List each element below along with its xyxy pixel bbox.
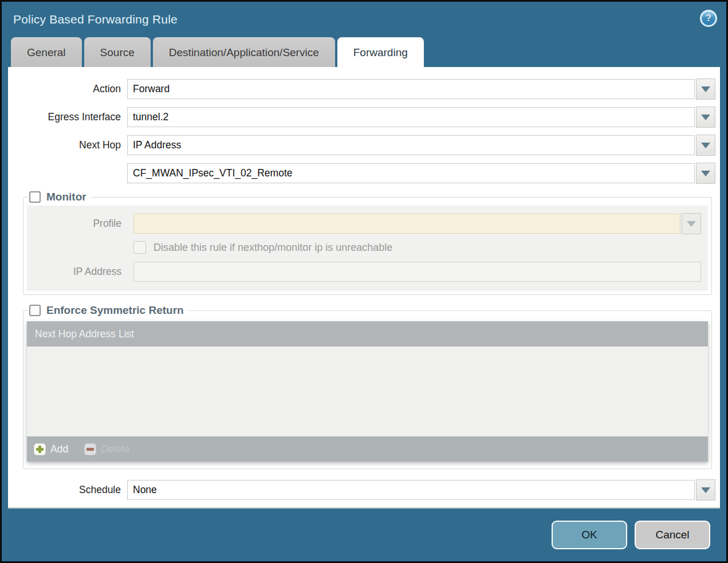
tab-bar: General Source Destination/Application/S… [2,37,726,67]
next-hop-address-list-table: Next Hop Address List Add Delete [27,321,708,462]
monitor-ip-address-input [133,262,701,282]
schedule-row: Schedule [8,479,715,501]
tab-general[interactable]: General [11,37,82,67]
cancel-button[interactable]: Cancel [635,521,710,549]
egress-interface-label: Egress Interface [8,111,127,123]
action-input[interactable] [127,79,695,99]
monitor-section: Monitor Profile Disable this rule if nex… [23,191,712,295]
action-label: Action [8,83,127,95]
monitor-ip-address-row: IP Address [27,262,701,282]
monitor-checkbox[interactable] [29,191,41,203]
dialog-titlebar: Policy Based Forwarding Rule ? [2,2,726,37]
monitor-panel: Profile Disable this rule if nexthop/mon… [27,206,708,291]
profile-label: Profile [27,218,128,230]
chevron-down-icon [701,86,710,92]
next-hop-address-row [8,163,715,184]
enforce-symmetric-return-title: Enforce Symmetric Return [46,304,184,317]
schedule-label: Schedule [8,484,127,496]
monitor-legend: Monitor [28,191,91,203]
tab-source[interactable]: Source [84,37,151,67]
enforce-symmetric-return-legend: Enforce Symmetric Return [28,304,188,317]
next-hop-row: Next Hop [8,135,715,156]
ok-button[interactable]: OK [552,521,627,549]
add-button[interactable]: Add [34,443,68,455]
tab-destination-application-service[interactable]: Destination/Application/Service [153,37,335,67]
next-hop-address-list-body [27,347,708,436]
disable-rule-checkbox [133,241,146,254]
enforce-symmetric-return-checkbox[interactable] [29,305,41,316]
chevron-down-icon [701,143,710,148]
profile-row: Profile [27,213,701,234]
chevron-down-icon [687,221,696,227]
plus-icon [34,443,46,455]
dialog-title: Policy Based Forwarding Rule [13,13,178,26]
monitor-title: Monitor [46,191,86,203]
schedule-input[interactable] [127,480,695,500]
next-hop-address-list-footer: Add Delete [27,436,708,462]
next-hop-label: Next Hop [8,139,127,151]
help-icon[interactable]: ? [700,10,717,27]
delete-button-label: Delete [101,443,130,455]
chevron-down-icon [701,115,710,120]
tab-forwarding[interactable]: Forwarding [337,37,424,67]
next-hop-type-dropdown-button[interactable] [696,135,715,156]
next-hop-address-input[interactable] [127,163,695,183]
dialog-content: Action Egress Interface Next Hop [8,67,720,509]
egress-interface-input[interactable] [127,107,695,127]
help-icon-glyph: ? [706,14,711,23]
policy-based-forwarding-dialog: Policy Based Forwarding Rule ? General S… [0,0,728,563]
action-dropdown-button[interactable] [696,78,715,100]
egress-interface-dropdown-button[interactable] [696,107,715,128]
chevron-down-icon [701,487,710,493]
egress-interface-row: Egress Interface [8,107,715,128]
dialog-footer: OK Cancel [2,509,726,561]
enforce-symmetric-return-section: Enforce Symmetric Return Next Hop Addres… [23,304,712,469]
monitor-ip-address-label: IP Address [27,266,128,278]
minus-icon [84,443,96,455]
next-hop-address-list-header: Next Hop Address List [27,321,708,347]
profile-dropdown-button [682,213,701,234]
add-button-label: Add [50,443,68,455]
action-row: Action [8,78,715,100]
chevron-down-icon [701,171,710,176]
disable-rule-label: Disable this rule if nexthop/monitor ip … [154,242,392,254]
delete-button: Delete [84,443,130,455]
disable-rule-row: Disable this rule if nexthop/monitor ip … [133,241,701,254]
next-hop-type-input[interactable] [127,135,695,155]
schedule-dropdown-button[interactable] [696,479,715,501]
profile-input [133,214,680,234]
next-hop-address-dropdown-button[interactable] [696,163,715,184]
